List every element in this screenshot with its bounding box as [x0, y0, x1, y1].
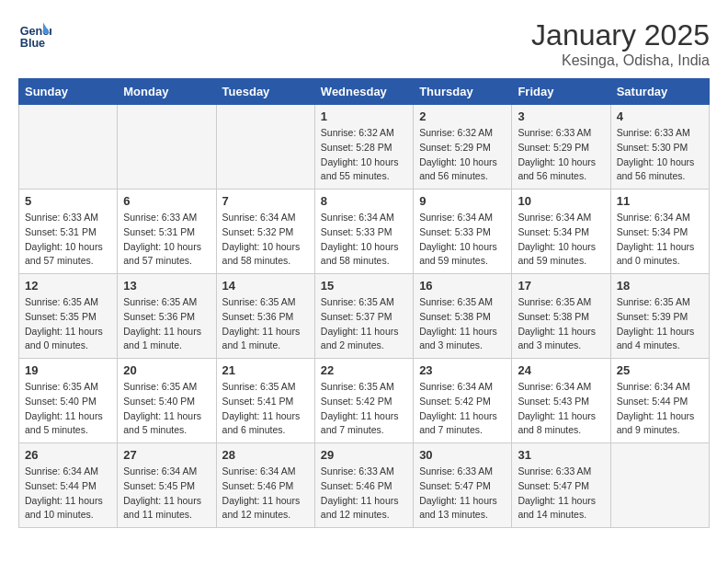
calendar-week-row: 26Sunrise: 6:34 AMSunset: 5:44 PMDayligh… [19, 443, 710, 528]
day-number: 26 [25, 448, 111, 462]
calendar-cell: 24Sunrise: 6:34 AMSunset: 5:43 PMDayligh… [512, 359, 610, 443]
day-info: Sunrise: 6:34 AMSunset: 5:43 PMDaylight:… [518, 380, 604, 438]
day-info: Sunrise: 6:33 AMSunset: 5:29 PMDaylight:… [518, 126, 604, 184]
weekday-header: Saturday [610, 79, 709, 105]
calendar-cell: 6Sunrise: 6:33 AMSunset: 5:31 PMDaylight… [118, 190, 216, 274]
calendar-cell: 7Sunrise: 6:34 AMSunset: 5:32 PMDaylight… [216, 190, 314, 274]
day-info: Sunrise: 6:33 AMSunset: 5:31 PMDaylight:… [123, 211, 210, 269]
day-info: Sunrise: 6:35 AMSunset: 5:38 PMDaylight:… [518, 295, 604, 353]
day-number: 23 [419, 363, 506, 377]
day-number: 3 [518, 109, 604, 123]
weekday-header: Thursday [414, 79, 512, 105]
calendar-table: SundayMondayTuesdayWednesdayThursdayFrid… [18, 78, 710, 528]
weekday-header: Tuesday [216, 79, 314, 105]
logo: General Blue [18, 18, 51, 52]
calendar-cell [19, 105, 118, 190]
day-info: Sunrise: 6:34 AMSunset: 5:33 PMDaylight:… [419, 211, 506, 269]
calendar-week-row: 1Sunrise: 6:32 AMSunset: 5:28 PMDaylight… [19, 105, 710, 190]
calendar-cell [216, 105, 314, 190]
calendar-cell: 20Sunrise: 6:35 AMSunset: 5:40 PMDayligh… [118, 359, 216, 443]
day-info: Sunrise: 6:34 AMSunset: 5:44 PMDaylight:… [617, 380, 703, 438]
day-info: Sunrise: 6:35 AMSunset: 5:35 PMDaylight:… [25, 295, 111, 353]
svg-text:Blue: Blue [20, 37, 45, 50]
calendar-cell: 27Sunrise: 6:34 AMSunset: 5:45 PMDayligh… [118, 443, 216, 528]
day-info: Sunrise: 6:33 AMSunset: 5:30 PMDaylight:… [617, 126, 703, 184]
day-number: 11 [617, 194, 703, 208]
day-number: 13 [123, 279, 210, 293]
day-number: 30 [419, 448, 506, 462]
day-info: Sunrise: 6:34 AMSunset: 5:32 PMDaylight:… [222, 211, 309, 269]
day-number: 2 [419, 109, 506, 123]
calendar-week-row: 5Sunrise: 6:33 AMSunset: 5:31 PMDaylight… [19, 190, 710, 274]
day-info: Sunrise: 6:34 AMSunset: 5:44 PMDaylight:… [25, 465, 111, 523]
calendar-cell: 18Sunrise: 6:35 AMSunset: 5:39 PMDayligh… [610, 274, 709, 359]
day-number: 17 [518, 279, 604, 293]
calendar-cell: 5Sunrise: 6:33 AMSunset: 5:31 PMDaylight… [19, 190, 118, 274]
day-info: Sunrise: 6:34 AMSunset: 5:46 PMDaylight:… [222, 465, 309, 523]
day-number: 4 [617, 109, 703, 123]
calendar-cell: 10Sunrise: 6:34 AMSunset: 5:34 PMDayligh… [512, 190, 610, 274]
day-number: 28 [222, 448, 309, 462]
calendar-cell: 28Sunrise: 6:34 AMSunset: 5:46 PMDayligh… [216, 443, 314, 528]
calendar-week-row: 19Sunrise: 6:35 AMSunset: 5:40 PMDayligh… [19, 359, 710, 443]
day-number: 25 [617, 363, 703, 377]
page-header: General Blue January 2025 Kesinga, Odish… [18, 18, 710, 69]
weekday-header-row: SundayMondayTuesdayWednesdayThursdayFrid… [19, 79, 710, 105]
day-number: 24 [518, 363, 604, 377]
calendar-cell: 14Sunrise: 6:35 AMSunset: 5:36 PMDayligh… [216, 274, 314, 359]
day-number: 29 [321, 448, 407, 462]
day-number: 12 [25, 279, 111, 293]
day-number: 7 [222, 194, 309, 208]
day-number: 20 [123, 363, 210, 377]
day-info: Sunrise: 6:33 AMSunset: 5:47 PMDaylight:… [419, 465, 506, 523]
calendar-cell: 11Sunrise: 6:34 AMSunset: 5:34 PMDayligh… [610, 190, 709, 274]
day-info: Sunrise: 6:35 AMSunset: 5:42 PMDaylight:… [321, 380, 407, 438]
day-info: Sunrise: 6:35 AMSunset: 5:41 PMDaylight:… [222, 380, 309, 438]
day-number: 10 [518, 194, 604, 208]
day-number: 6 [123, 194, 210, 208]
calendar-cell: 31Sunrise: 6:33 AMSunset: 5:47 PMDayligh… [512, 443, 610, 528]
title-block: January 2025 Kesinga, Odisha, India [531, 18, 710, 69]
day-info: Sunrise: 6:35 AMSunset: 5:40 PMDaylight:… [123, 380, 210, 438]
day-info: Sunrise: 6:35 AMSunset: 5:39 PMDaylight:… [617, 295, 703, 353]
day-info: Sunrise: 6:33 AMSunset: 5:47 PMDaylight:… [518, 465, 604, 523]
calendar-cell: 19Sunrise: 6:35 AMSunset: 5:40 PMDayligh… [19, 359, 118, 443]
day-info: Sunrise: 6:33 AMSunset: 5:31 PMDaylight:… [25, 211, 111, 269]
calendar-cell: 15Sunrise: 6:35 AMSunset: 5:37 PMDayligh… [314, 274, 413, 359]
day-number: 18 [617, 279, 703, 293]
calendar-week-row: 12Sunrise: 6:35 AMSunset: 5:35 PMDayligh… [19, 274, 710, 359]
calendar-title: January 2025 [531, 18, 710, 52]
day-info: Sunrise: 6:35 AMSunset: 5:38 PMDaylight:… [419, 295, 506, 353]
day-number: 14 [222, 279, 309, 293]
day-info: Sunrise: 6:34 AMSunset: 5:33 PMDaylight:… [321, 211, 407, 269]
calendar-cell: 17Sunrise: 6:35 AMSunset: 5:38 PMDayligh… [512, 274, 610, 359]
day-info: Sunrise: 6:34 AMSunset: 5:34 PMDaylight:… [617, 211, 703, 269]
day-number: 22 [321, 363, 407, 377]
calendar-cell [610, 443, 709, 528]
day-number: 1 [321, 109, 407, 123]
calendar-cell: 4Sunrise: 6:33 AMSunset: 5:30 PMDaylight… [610, 105, 709, 190]
calendar-cell: 1Sunrise: 6:32 AMSunset: 5:28 PMDaylight… [314, 105, 413, 190]
weekday-header: Wednesday [314, 79, 413, 105]
day-info: Sunrise: 6:32 AMSunset: 5:28 PMDaylight:… [321, 126, 407, 184]
day-number: 5 [25, 194, 111, 208]
weekday-header: Friday [512, 79, 610, 105]
calendar-cell: 22Sunrise: 6:35 AMSunset: 5:42 PMDayligh… [314, 359, 413, 443]
calendar-cell: 2Sunrise: 6:32 AMSunset: 5:29 PMDaylight… [414, 105, 512, 190]
day-info: Sunrise: 6:33 AMSunset: 5:46 PMDaylight:… [321, 465, 407, 523]
calendar-subtitle: Kesinga, Odisha, India [531, 52, 710, 69]
day-info: Sunrise: 6:35 AMSunset: 5:40 PMDaylight:… [25, 380, 111, 438]
day-info: Sunrise: 6:34 AMSunset: 5:42 PMDaylight:… [419, 380, 506, 438]
day-number: 21 [222, 363, 309, 377]
day-info: Sunrise: 6:34 AMSunset: 5:45 PMDaylight:… [123, 465, 210, 523]
day-number: 9 [419, 194, 506, 208]
calendar-cell: 21Sunrise: 6:35 AMSunset: 5:41 PMDayligh… [216, 359, 314, 443]
calendar-cell: 30Sunrise: 6:33 AMSunset: 5:47 PMDayligh… [414, 443, 512, 528]
weekday-header: Sunday [19, 79, 118, 105]
calendar-cell: 9Sunrise: 6:34 AMSunset: 5:33 PMDaylight… [414, 190, 512, 274]
day-info: Sunrise: 6:34 AMSunset: 5:34 PMDaylight:… [518, 211, 604, 269]
calendar-cell: 13Sunrise: 6:35 AMSunset: 5:36 PMDayligh… [118, 274, 216, 359]
day-info: Sunrise: 6:35 AMSunset: 5:36 PMDaylight:… [123, 295, 210, 353]
day-number: 8 [321, 194, 407, 208]
day-number: 16 [419, 279, 506, 293]
